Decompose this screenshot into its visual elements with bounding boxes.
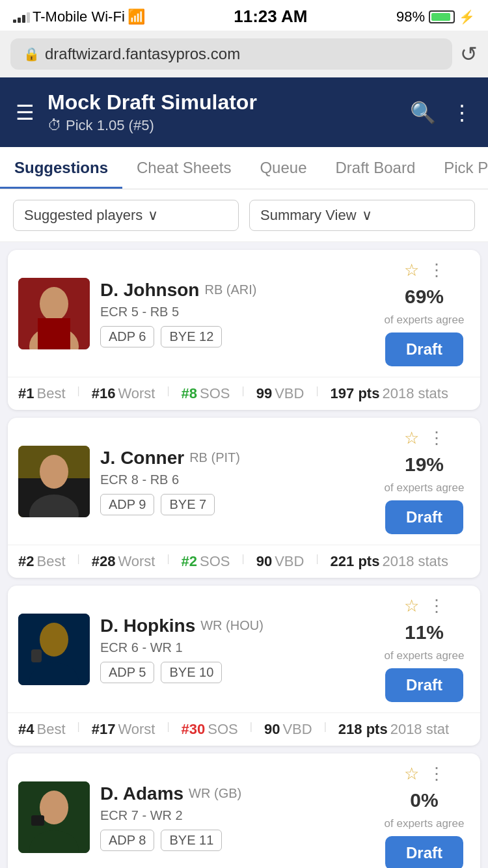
- player-ecr-jconner: ECR 8 - RB 6: [100, 472, 368, 487]
- player-photo-dhopkins: [18, 614, 90, 685]
- expert-label-dadams: of experts agree: [385, 817, 465, 831]
- reload-button[interactable]: ↺: [460, 42, 478, 66]
- adp-badge-dadams: ADP 8: [100, 830, 154, 851]
- more-icon-dhopkins[interactable]: ⋮: [428, 596, 445, 616]
- clock-icon: ⏱: [47, 117, 62, 134]
- best-rank-dhopkins: #4: [18, 721, 34, 738]
- vbd-label-dhopkins: VBD: [282, 721, 312, 738]
- pts-year-djohnson: 2018 stats: [382, 385, 448, 402]
- tab-queue[interactable]: Queue: [245, 147, 321, 189]
- expert-label-dhopkins: of experts agree: [385, 649, 465, 663]
- more-icon-djohnson[interactable]: ⋮: [428, 260, 445, 280]
- player-badges-djohnson: ADP 6 BYE 12: [100, 326, 368, 347]
- player-card-djohnson: D. Johnson RB (ARI) ECR 5 - RB 5 ADP 6 B…: [8, 250, 480, 410]
- vbd-label-jconner: VBD: [275, 553, 304, 570]
- player-card-top: J. Conner RB (PIT) ECR 8 - RB 6 ADP 9 BY…: [8, 418, 480, 545]
- sos-rank-djohnson: #8: [182, 385, 197, 402]
- url-text: draftwizard.fantasypros.com: [45, 45, 240, 63]
- player-pos-dadams: WR (GB): [189, 786, 241, 801]
- view-chevron-icon: ∨: [362, 207, 372, 224]
- player-card-top: D. Hopkins WR (HOU) ECR 6 - WR 1 ADP 5 B…: [8, 586, 480, 712]
- header-left: ☰ Mock Draft Simulator ⏱ Pick 1.05 (#5): [16, 90, 257, 134]
- search-button[interactable]: 🔍: [410, 100, 436, 125]
- best-rank-djohnson: #1: [18, 385, 34, 402]
- player-ecr-dadams: ECR 7 - WR 2: [100, 808, 368, 823]
- draft-button-dhopkins[interactable]: Draft: [385, 668, 463, 702]
- draft-button-dadams[interactable]: Draft: [385, 836, 463, 868]
- app-title: Mock Draft Simulator: [47, 90, 257, 115]
- svg-rect-3: [38, 318, 70, 349]
- draft-button-jconner[interactable]: Draft: [385, 500, 463, 534]
- tab-draft-board[interactable]: Draft Board: [321, 147, 430, 189]
- player-stats-djohnson: #1 Best | #16 Worst | #8 SOS | 99 VBD | …: [8, 377, 480, 410]
- pts-year-dhopkins: 2018 stat: [390, 721, 450, 738]
- player-card-dadams: D. Adams WR (GB) ECR 7 - WR 2 ADP 8 BYE …: [8, 753, 480, 868]
- player-photo-jconner: [18, 446, 90, 517]
- player-stats-jconner: #2 Best | #28 Worst | #2 SOS | 90 VBD | …: [8, 545, 480, 578]
- pts-year-jconner: 2018 stats: [382, 553, 448, 570]
- divider1: |: [77, 385, 92, 402]
- player-name-jconner: J. Conner: [100, 448, 184, 468]
- worst-label-djohnson: Worst: [118, 385, 155, 402]
- player-card-jconner: J. Conner RB (PIT) ECR 8 - RB 6 ADP 9 BY…: [8, 418, 480, 578]
- best-rank-jconner: #2: [18, 553, 34, 570]
- expert-pct-djohnson: 69%: [405, 286, 444, 308]
- player-badges-jconner: ADP 9 BYE 7: [100, 494, 368, 515]
- bye-badge-djohnson: BYE 12: [161, 326, 222, 347]
- status-left: T-Mobile Wi-Fi 📶: [13, 8, 145, 25]
- view-filter[interactable]: Summary View ∨: [249, 200, 475, 231]
- status-bar: T-Mobile Wi-Fi 📶 11:23 AM 98% ⚡: [0, 0, 488, 31]
- pick-subtitle: ⏱ Pick 1.05 (#5): [47, 117, 257, 134]
- more-button[interactable]: ⋮: [452, 100, 472, 125]
- players-chevron-icon: ∨: [148, 207, 158, 224]
- expert-label-djohnson: of experts agree: [385, 313, 465, 327]
- divider2: |: [167, 385, 181, 402]
- pick-label: Pick 1.05 (#5): [66, 117, 154, 134]
- player-info-djohnson: D. Johnson RB (ARI) ECR 5 - RB 5 ADP 6 B…: [100, 280, 368, 347]
- expert-pct-dadams: 0%: [410, 789, 438, 811]
- tab-suggestions[interactable]: Suggestions: [0, 147, 122, 189]
- app-header: ☰ Mock Draft Simulator ⏱ Pick 1.05 (#5) …: [0, 77, 488, 147]
- bolt-icon: ⚡: [459, 9, 475, 25]
- battery-pct: 98%: [396, 8, 425, 25]
- star-icon-dhopkins[interactable]: ☆: [404, 596, 419, 616]
- players-filter[interactable]: Suggested players ∨: [13, 200, 239, 231]
- worst-label-jconner: Worst: [118, 553, 155, 570]
- player-ecr-dhopkins: ECR 6 - WR 1: [100, 640, 368, 655]
- worst-rank-jconner: #28: [92, 553, 116, 570]
- player-right-jconner: ☆ ⋮ 19% of experts agree Draft: [379, 428, 470, 534]
- tab-pick-predictor[interactable]: Pick Predicto: [429, 147, 488, 189]
- svg-point-1: [40, 287, 68, 321]
- player-photo-dadams: [18, 781, 90, 853]
- best-label-jconner: Best: [36, 553, 65, 570]
- url-bar[interactable]: 🔒 draftwizard.fantasypros.com: [10, 38, 452, 70]
- draft-button-djohnson[interactable]: Draft: [385, 332, 463, 366]
- tab-cheat-sheets[interactable]: Cheat Sheets: [122, 147, 245, 189]
- player-info-jconner: J. Conner RB (PIT) ECR 8 - RB 6 ADP 9 BY…: [100, 448, 368, 515]
- pts-jconner: 221 pts: [331, 553, 380, 570]
- menu-button[interactable]: ☰: [16, 100, 34, 125]
- player-name-dadams: D. Adams: [100, 783, 183, 804]
- star-icon-dadams[interactable]: ☆: [404, 764, 419, 784]
- sos-label-djohnson: SOS: [200, 385, 230, 402]
- star-icon-jconner[interactable]: ☆: [404, 428, 419, 448]
- sos-rank-dhopkins: #30: [182, 721, 206, 738]
- more-icon-dadams[interactable]: ⋮: [428, 764, 445, 784]
- header-right: 🔍 ⋮: [410, 100, 472, 125]
- player-ecr-djohnson: ECR 5 - RB 5: [100, 305, 368, 319]
- player-pos-jconner: RB (PIT): [189, 450, 240, 465]
- players-list: D. Johnson RB (ARI) ECR 5 - RB 5 ADP 6 B…: [0, 242, 488, 868]
- expert-pct-jconner: 19%: [405, 454, 444, 476]
- expert-label-jconner: of experts agree: [385, 481, 465, 495]
- pts-djohnson: 197 pts: [331, 385, 380, 402]
- more-icon-jconner[interactable]: ⋮: [428, 428, 445, 448]
- worst-rank-dhopkins: #17: [92, 721, 116, 738]
- star-icon-djohnson[interactable]: ☆: [404, 260, 419, 280]
- bye-badge-jconner: BYE 7: [161, 494, 215, 515]
- player-right-dhopkins: ☆ ⋮ 11% of experts agree Draft: [379, 596, 470, 702]
- bye-badge-dadams: BYE 11: [161, 830, 222, 851]
- svg-rect-14: [31, 815, 44, 826]
- player-name-dhopkins: D. Hopkins: [100, 616, 195, 636]
- player-right-dadams: ☆ ⋮ 0% of experts agree Draft: [379, 764, 470, 868]
- vbd-label-djohnson: VBD: [275, 385, 304, 402]
